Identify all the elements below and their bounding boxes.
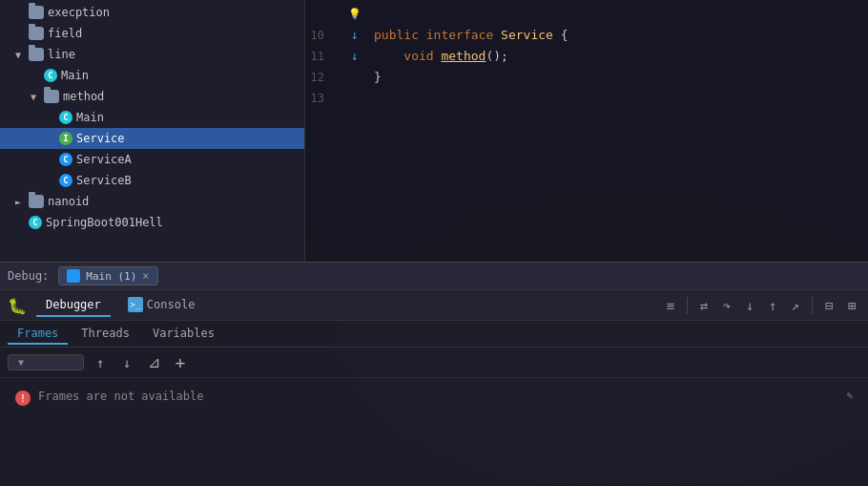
sidebar-item-label: ServiceB — [76, 174, 132, 187]
sidebar-item-method[interactable]: ▼ method — [0, 86, 304, 107]
sub-tab-frames-label: Frames — [17, 327, 58, 340]
sidebar-item-serviceb[interactable]: C ServiceB — [0, 170, 304, 191]
step-out-icon[interactable]: ↑ — [764, 297, 781, 314]
sub-tab-threads-label: Threads — [81, 327, 130, 340]
edit-icon[interactable]: ✎ — [846, 390, 853, 402]
line-num — [305, 4, 332, 25]
debug-panel: 🐛 Debugger >_ Console ≡ ⇄ ↷ ↓ ↑ ↗ ⊟ ⊞ — [0, 290, 868, 486]
sidebar-item-label: method — [63, 90, 104, 103]
folder-icon — [29, 195, 44, 208]
tree-expand-arrow: ▼ — [15, 50, 27, 60]
sidebar-item-label: Service — [76, 132, 125, 145]
punctuation: { — [561, 25, 568, 46]
debug-toolbar: Debug: Main (1) × — [0, 262, 868, 290]
sidebar-item-label: ServiceA — [76, 153, 132, 166]
sidebar-item-label: Main — [61, 69, 89, 82]
interface-icon: I — [59, 132, 72, 145]
step-into-icon[interactable]: ↓ — [741, 297, 758, 314]
frames-empty-area: ! Frames are not available ✎ — [0, 378, 868, 486]
sub-tab-threads[interactable]: Threads — [72, 324, 139, 345]
code-line: } — [374, 67, 868, 88]
folder-icon — [29, 27, 44, 40]
debug-label: Debug: — [8, 269, 49, 283]
bulb-icon: 💡 — [343, 4, 366, 25]
error-icon: ! — [15, 391, 31, 406]
code-line: void method(); — [374, 46, 868, 67]
main-icon: C — [44, 69, 57, 82]
sub-tab-frames[interactable]: Frames — [8, 324, 68, 345]
sidebar-item-main1[interactable]: C Main — [0, 65, 304, 86]
sub-tab-variables-label: Variables — [153, 327, 215, 340]
frames-not-available-message: Frames are not available — [38, 390, 203, 403]
sidebar-item-service[interactable]: I Service — [0, 128, 304, 149]
bug-icon: 🐛 — [8, 297, 25, 314]
debug-session-tab[interactable]: Main (1) × — [58, 266, 157, 285]
main-icon: C — [59, 111, 72, 124]
console-icon: >_ — [128, 297, 143, 312]
menu-icon[interactable]: ≡ — [662, 297, 679, 314]
code-line: public interface Service { — [374, 25, 868, 46]
code-line — [374, 88, 868, 109]
line-num: 13 — [305, 88, 332, 109]
debug-tabs-bar: 🐛 Debugger >_ Console ≡ ⇄ ↷ ↓ ↑ ↗ ⊟ ⊞ — [0, 290, 868, 321]
session-icon — [67, 269, 80, 283]
line-num: 12 — [305, 67, 332, 88]
keyword: void — [403, 46, 441, 67]
tab-debugger-label: Debugger — [46, 298, 101, 311]
frames-add-button[interactable]: + — [170, 352, 191, 373]
gutter-cell: ↓ — [343, 46, 366, 67]
sub-tabs-bar: Frames Threads Variables — [0, 321, 868, 348]
main-layout: execption field ▼ line C Main — [0, 0, 868, 486]
separator — [687, 297, 688, 314]
sidebar-item-label: line — [48, 48, 75, 61]
sidebar-item-label: execption — [48, 6, 110, 19]
frames-up-button[interactable]: ↑ — [90, 352, 111, 373]
sidebar-item-main2[interactable]: C Main — [0, 107, 304, 128]
keyword: interface — [426, 25, 501, 46]
code-content: 10 11 12 13 💡 ↓ ↓ public in — [305, 0, 868, 113]
settings-icon[interactable]: ⊟ — [820, 297, 837, 314]
sub-tab-variables[interactable]: Variables — [143, 324, 224, 345]
frames-toolbar: ▼ ↑ ↓ ⊿ + — [0, 348, 868, 378]
frames-filter-button[interactable]: ⊿ — [143, 352, 164, 373]
class-name: Service — [501, 25, 561, 46]
run-to-cursor-icon[interactable]: ↗ — [787, 297, 804, 314]
code-lines: public interface Service { void method()… — [366, 4, 868, 109]
editor-area: 10 11 12 13 💡 ↓ ↓ public in — [305, 0, 868, 262]
class-icon: C — [59, 174, 72, 187]
code-line — [374, 4, 868, 25]
line-num: 11 — [305, 46, 332, 67]
punctuation: } — [374, 67, 382, 88]
sidebar-item-exception[interactable]: execption — [0, 2, 304, 23]
sidebar-item-field[interactable]: field — [0, 23, 304, 44]
main-icon: C — [29, 216, 42, 229]
debug-toolbar-icons: ≡ ⇄ ↷ ↓ ↑ ↗ ⊟ ⊞ — [662, 297, 860, 314]
line-numbers: 10 11 12 13 — [305, 4, 343, 109]
sidebar-item-label: Main — [76, 111, 104, 124]
sidebar-item-label: field — [48, 27, 82, 40]
top-section: execption field ▼ line C Main — [0, 0, 868, 262]
sidebar-item-servicea[interactable]: C ServiceA — [0, 149, 304, 170]
gutter-cell: ↓ — [343, 25, 366, 46]
gutter-cell — [343, 88, 366, 109]
close-session-button[interactable]: × — [142, 269, 149, 283]
punctuation: (); — [486, 46, 507, 67]
tab-console[interactable]: >_ Console — [118, 293, 205, 318]
tree-expand-arrow: ► — [15, 197, 27, 207]
frames-dropdown[interactable]: ▼ — [8, 354, 84, 370]
frames-down-button[interactable]: ↓ — [116, 352, 137, 373]
step-over-icon[interactable]: ↷ — [718, 297, 735, 314]
sidebar-item-line[interactable]: ▼ line — [0, 44, 304, 65]
method-name: method — [441, 46, 486, 67]
line-num: 10 — [305, 25, 332, 46]
tab-debugger[interactable]: Debugger — [36, 294, 111, 317]
keyword: public — [374, 25, 426, 46]
resume-icon[interactable]: ⇄ — [695, 297, 713, 314]
sidebar-item-label: SpringBoot001Hell — [46, 216, 163, 229]
layout-icon[interactable]: ⊞ — [843, 297, 860, 314]
sidebar-item-nanoid[interactable]: ► nanoid — [0, 191, 304, 212]
class-icon: C — [59, 153, 72, 166]
tree-expand-arrow: ▼ — [31, 92, 42, 102]
sidebar-item-springboot[interactable]: C SpringBoot001Hell — [0, 212, 304, 233]
sidebar: execption field ▼ line C Main — [0, 0, 305, 262]
